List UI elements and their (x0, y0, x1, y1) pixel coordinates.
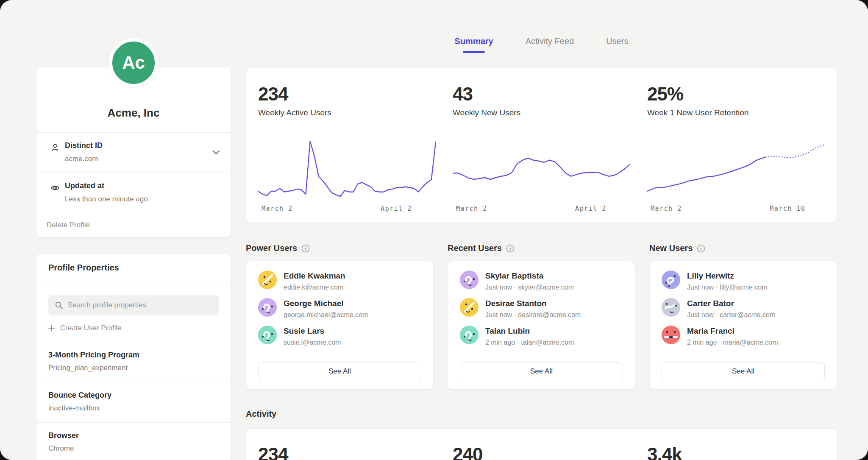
x-axis-tick: April 2 (575, 205, 606, 212)
recent-users-card: Skylar Baptista Just now · skyler@acme.c… (448, 261, 635, 390)
section-title: Power Users (246, 243, 434, 253)
list-item[interactable]: Susie Lars susie.l@acme.com (258, 326, 421, 347)
chevron-down-icon[interactable] (213, 151, 220, 154)
delete-profile-button[interactable]: Delete Profile (36, 213, 231, 237)
list-item[interactable]: George Michael george.michael@acme.com (258, 298, 421, 319)
profile-card: Acme, Inc Distinct ID acme.com (36, 67, 231, 237)
user-meta: 2 min ago · maria@acme.com (687, 339, 778, 346)
tab-summary[interactable]: Summary (455, 36, 493, 68)
user-avatar (662, 326, 680, 344)
user-name: Maria Franci (687, 326, 778, 336)
field-value: Less than one minute ago (65, 195, 220, 204)
section-title: New Users (649, 243, 837, 253)
see-all-button[interactable]: See All (662, 362, 825, 380)
x-axis: March 2 March 10 (647, 205, 825, 215)
divider (36, 282, 231, 282)
user-meta: Just now · desirare@acme.com (485, 311, 581, 319)
user-name: Lilly Herwitz (687, 271, 768, 281)
power-users-card: Eddie Kwakman eddie.k@acme.com George Mi… (246, 261, 434, 390)
create-user-profile-button[interactable]: Create User Profile (36, 315, 231, 342)
dash-face-icon (662, 326, 680, 344)
search-icon (55, 301, 63, 309)
user-avatar (258, 298, 277, 317)
field-label: Distinct ID (65, 141, 220, 150)
user-name: George Michael (284, 299, 368, 308)
summary-stats-card: 234 Weekly Active Users March 2 April 2 … (246, 68, 837, 223)
new-users-section: New Users Lilly Herwitz Just now · lilly… (649, 243, 837, 390)
user-name: Skylar Baptista (485, 271, 574, 281)
power-users-section: Power Users Eddie Kwakman eddie.k@acme.c… (246, 243, 434, 390)
property-label: 3-Month Pricing Program (48, 351, 219, 360)
user-avatar (460, 298, 479, 317)
info-icon[interactable] (301, 244, 310, 253)
field-label: Updated at (65, 181, 220, 190)
list-item[interactable]: Talan Lubin 2 min ago · talan@acme.com (460, 326, 623, 347)
x-axis: March 2 April 2 (453, 205, 630, 215)
avatar-initials: Ac (122, 53, 145, 73)
property-row[interactable]: 3-Month Pricing Program Pricing_plan_exp… (36, 342, 231, 382)
property-row[interactable]: Browser Chrome (36, 423, 231, 460)
info-icon[interactable] (506, 244, 515, 253)
activity-stat-value: 240 (453, 444, 630, 460)
tab-bar: Summary Activity Feed Users (246, 0, 837, 68)
squiggle-face-icon (258, 326, 277, 344)
updated-at-row: Updated at Less than one minute ago (36, 173, 231, 213)
property-value: Pricing_plan_experiment (48, 364, 219, 372)
list-item[interactable]: Carter Bator Just now · carter@acme.com (662, 298, 825, 319)
list-item[interactable]: Skylar Baptista Just now · skyler@acme.c… (460, 270, 623, 292)
user-name: Desirae Stanton (485, 299, 581, 308)
stat-week1-retention: 25% Week 1 New User Retention March 2 Ma… (647, 84, 825, 215)
section-title-text: New Users (649, 243, 693, 253)
tab-users[interactable]: Users (606, 36, 628, 68)
distinct-id-row[interactable]: Distinct ID acme.com (36, 133, 231, 173)
list-item[interactable]: Maria Franci 2 min ago · maria@acme.com (662, 326, 825, 347)
info-icon[interactable] (697, 244, 705, 253)
list-item[interactable]: Eddie Kwakman eddie.k@acme.com (258, 270, 421, 292)
section-title-text: Power Users (246, 243, 297, 253)
profile-dashboard: Ac Acme, Inc Distinct ID acme.com (0, 0, 868, 460)
stat-value: 43 (453, 84, 630, 105)
wink-face-icon (460, 298, 479, 317)
field-value: acme.com (65, 155, 220, 163)
stat-label: Weekly New Users (453, 108, 630, 117)
stat-weekly-new-users: 43 Weekly New Users March 2 April 2 (453, 84, 630, 215)
user-name: Susie Lars (284, 326, 341, 336)
activity-section-title: Activity (246, 409, 837, 419)
plus-icon (48, 325, 55, 332)
new-users-card: Lilly Herwitz Just now · lilly@acme.com … (649, 261, 837, 390)
user-meta: susie.l@acme.com (284, 339, 341, 346)
x-axis-tick: April 2 (381, 205, 412, 212)
stat-label: Week 1 New User Retention (647, 108, 825, 117)
section-title-text: Recent Users (448, 243, 502, 253)
user-name: Carter Bator (687, 299, 775, 308)
x-axis: March 2 April 2 (258, 205, 436, 215)
user-meta: george.michael@acme.com (284, 311, 368, 319)
stat-weekly-active-users: 234 Weekly Active Users March 2 April 2 (258, 84, 436, 215)
weekly-new-users-chart (453, 137, 630, 201)
sidebar: Ac Acme, Inc Distinct ID acme.com (36, 0, 231, 460)
page-title: Acme, Inc (47, 106, 220, 120)
section-title: Recent Users (448, 243, 635, 253)
user-avatar (662, 298, 680, 317)
property-row[interactable]: Bounce Category inactive-mailbox (36, 382, 231, 422)
x-axis-tick: March 2 (456, 205, 487, 212)
user-name: Eddie Kwakman (284, 271, 345, 281)
main-content: Summary Activity Feed Users 234 Weekly A… (246, 0, 837, 460)
weekly-active-users-chart (258, 137, 436, 201)
stat-value: 25% (647, 84, 825, 105)
user-avatar (258, 326, 277, 344)
property-label: Bounce Category (48, 391, 219, 400)
create-user-profile-label: Create User Profile (60, 324, 122, 332)
property-value: inactive-mailbox (48, 404, 219, 413)
search-input[interactable] (48, 295, 219, 315)
see-all-button[interactable]: See All (258, 362, 421, 380)
see-all-button[interactable]: See All (460, 362, 623, 380)
recent-users-section: Recent Users Skylar Baptista Just now · … (448, 243, 635, 390)
tab-activity-feed[interactable]: Activity Feed (526, 36, 574, 68)
wink-face-icon (258, 270, 277, 289)
wave-face-icon (662, 298, 680, 317)
user-meta: Just now · skyler@acme.com (485, 284, 574, 291)
user-avatar (460, 270, 479, 289)
list-item[interactable]: Desirae Stanton Just now · desirare@acme… (460, 298, 623, 319)
list-item[interactable]: Lilly Herwitz Just now · lilly@acme.com (662, 270, 825, 292)
